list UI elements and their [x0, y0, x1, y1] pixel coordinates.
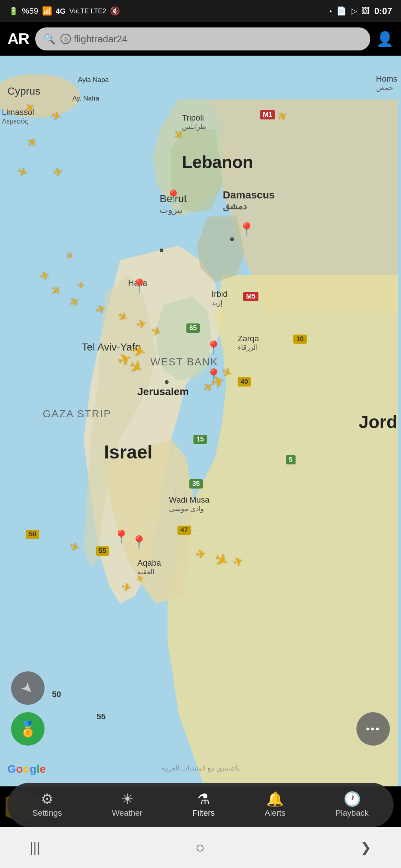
volte-label: VoLTE LTE2	[69, 7, 106, 15]
nav-item-filters[interactable]: ⚗ Filters	[185, 788, 222, 822]
location-pin-1[interactable]: 📍	[113, 529, 130, 545]
battery-icon: 🔋	[9, 7, 18, 16]
google-letter-g2: g	[30, 763, 36, 775]
system-bar: ||| ○ ❯	[0, 827, 401, 868]
user-profile-icon[interactable]: 👤	[376, 31, 394, 47]
nav-item-settings[interactable]: ⚙ Settings	[25, 788, 69, 822]
google-letter-e: e	[40, 763, 46, 775]
docs-icon: 📄	[336, 6, 346, 16]
back-button[interactable]: |||	[30, 840, 40, 855]
road-badge-55: 55	[96, 546, 109, 556]
location-pin-damascus[interactable]: 📍	[238, 222, 255, 237]
alerts-label: Alerts	[265, 808, 286, 818]
city-dot-haifa	[160, 249, 163, 252]
status-bar: 🔋 %59 📶 4G VoLTE LTE2 🔇 ● 📄 ▷ 🖼 0:07	[0, 0, 401, 22]
status-left: 🔋 %59 📶 4G VoLTE LTE2 🔇	[9, 6, 120, 16]
plane-5[interactable]: ✈	[52, 165, 64, 179]
map-scale-50: 50	[52, 690, 61, 699]
city-dot-jerusalem	[165, 380, 169, 384]
arabic-footer-text: بالتنسيق مع المنتديات العربية	[0, 764, 401, 772]
plane-27[interactable]: ✈	[121, 581, 133, 594]
4g-label: 4G	[56, 7, 66, 16]
google-logo: Google	[7, 763, 46, 775]
map-scale-55: 55	[97, 712, 105, 721]
road-badge-65: 65	[186, 323, 200, 333]
road-badge-m1: M1	[260, 110, 275, 119]
search-bar-container: AR 🔍 ◎ flightradar24 👤	[0, 22, 401, 56]
plane-13[interactable]: ✈	[136, 318, 147, 331]
mute-icon: 🔇	[110, 6, 120, 16]
clock-time: 0:07	[374, 6, 392, 16]
google-letter-l: l	[36, 763, 39, 775]
weather-label: Weather	[112, 808, 143, 818]
signal-bars-icon: 📶	[42, 6, 52, 16]
google-letter-o1: o	[16, 763, 23, 775]
filters-label: Filters	[192, 808, 215, 818]
game-icon: ▷	[351, 6, 357, 16]
search-box[interactable]: 🔍 ◎ flightradar24	[35, 27, 370, 50]
road-badge-50: 50	[26, 530, 39, 539]
bottom-navigation: ⚙ Settings ☀ Weather ⚗ Filters 🔔 Alerts …	[7, 783, 394, 827]
weather-icon: ☀	[121, 792, 134, 806]
gallery-icon: 🖼	[362, 6, 370, 16]
more-icon: •••	[366, 723, 380, 735]
nav-item-playback[interactable]: 🕐 Playback	[328, 788, 376, 822]
road-badge-35: 35	[189, 479, 203, 489]
playback-label: Playback	[335, 808, 368, 818]
fr-dot-icon: ◎	[61, 34, 71, 44]
battery-percent: %59	[22, 6, 38, 16]
alerts-icon: 🔔	[266, 792, 284, 806]
filters-icon: ⚗	[197, 792, 210, 806]
settings-icon: ⚙	[41, 792, 53, 806]
flightradar-logo: ◎ flightradar24	[61, 33, 128, 45]
ar-mode-label: AR	[7, 30, 29, 48]
status-right: ● 📄 ▷ 🖼 0:07	[329, 6, 392, 16]
road-badge-15: 15	[193, 435, 207, 444]
nav-item-alerts[interactable]: 🔔 Alerts	[257, 788, 293, 822]
recents-button[interactable]: ❯	[360, 840, 371, 855]
location-icon: ➤	[18, 678, 38, 698]
road-badge-47: 47	[177, 526, 191, 535]
map-container[interactable]: Cyprus LimassolΛεμεσός Ayia Napa Ay. Naf…	[0, 56, 401, 786]
search-icon: 🔍	[43, 33, 55, 45]
home-button[interactable]: ○	[195, 839, 205, 857]
dot-indicator: ●	[329, 9, 332, 14]
more-options-button[interactable]: •••	[356, 712, 390, 746]
location-pin-beirut[interactable]: 📍	[165, 189, 182, 205]
settings-label: Settings	[32, 808, 62, 818]
road-badge-10: 10	[293, 335, 307, 344]
road-badge-40: 40	[238, 377, 251, 387]
award-icon: 🏅	[19, 720, 37, 738]
location-pin-2[interactable]: 📍	[131, 535, 147, 550]
location-pin-amman[interactable]: 📍	[205, 340, 222, 356]
road-badge-5: 5	[286, 455, 296, 464]
nav-item-weather[interactable]: ☀ Weather	[104, 788, 150, 822]
road-badge-m5: M5	[243, 292, 258, 301]
city-dot-damascus	[230, 237, 234, 241]
plane-10[interactable]: ✈	[76, 280, 85, 290]
location-pin-haifa[interactable]: 📍	[131, 278, 148, 294]
award-button[interactable]: 🏅	[11, 712, 45, 746]
google-letter-g: G	[7, 763, 16, 775]
google-letter-o2: o	[23, 763, 30, 775]
plane-24[interactable]: ✈	[195, 548, 207, 561]
location-button[interactable]: ➤	[11, 671, 45, 705]
playback-icon: 🕐	[343, 792, 361, 806]
app-name-label: flightradar24	[74, 33, 128, 45]
